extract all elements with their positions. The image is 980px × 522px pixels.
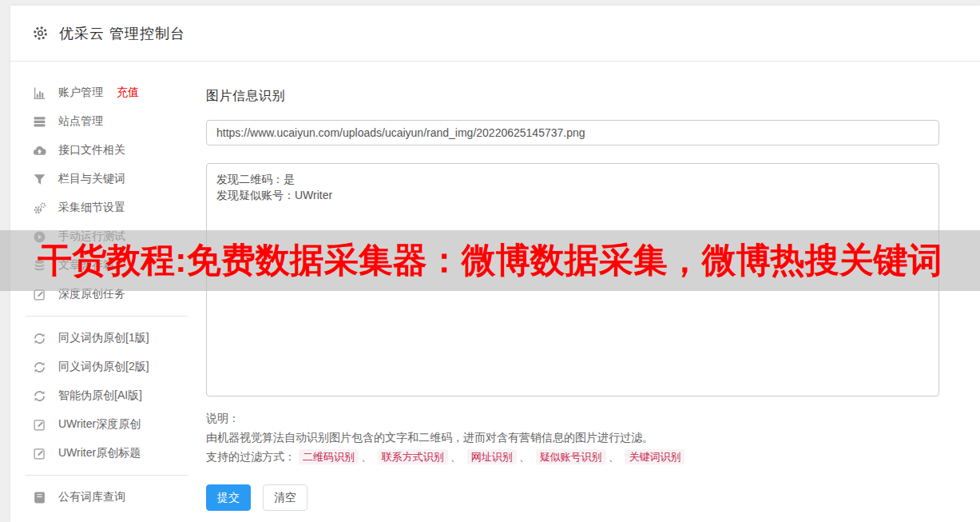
sidebar-item-uwriter-deep[interactable]: UWriter深度原创	[10, 410, 206, 439]
button-row: 提交 清空	[206, 484, 939, 511]
sidebar-item-label: 同义词伪原创[2版]	[58, 360, 149, 374]
app-title: 优采云 管理控制台	[59, 24, 185, 43]
sidebar-item-ai-rewrite[interactable]: 智能伪原创[AI版]	[10, 381, 206, 410]
filter-tag-url: 网址识别	[467, 449, 517, 464]
clear-button[interactable]: 清空	[263, 484, 307, 511]
sidebar-item-label: 公有词库查询	[58, 490, 125, 504]
sidebar-item-synonym-v1[interactable]: 同义词伪原创[1版]	[10, 324, 206, 353]
server-icon	[33, 115, 46, 129]
recharge-badge[interactable]: 充值	[117, 86, 139, 100]
sidebar: 账户管理 充值 站点管理 接口文件相关 栏目与关键	[10, 62, 206, 522]
refresh-icon	[33, 389, 46, 403]
description-heading: 说明：	[206, 408, 939, 428]
description-block: 说明： 由机器视觉算法自动识别图片包含的文字和二维码，进而对含有营销信息的图片进…	[206, 408, 939, 467]
promo-banner-text: 干货教程:免费数据采集器：微博数据采集，微博热搜关键词	[38, 237, 942, 284]
sidebar-item-columns-keywords[interactable]: 栏目与关键词	[10, 165, 206, 193]
tag-separator: 、	[519, 450, 530, 463]
submit-button[interactable]: 提交	[206, 484, 251, 511]
tag-separator: 、	[609, 450, 620, 463]
main-content: 图片信息识别 发现二维码：是 发现疑似账号：UWriter 说明： 由机器视觉算…	[206, 62, 980, 522]
sidebar-item-label: 栏目与关键词	[58, 172, 125, 186]
sidebar-item-label: UWriter原创标题	[58, 446, 141, 460]
sidebar-item-public-thesaurus[interactable]: 公有词库查询	[10, 483, 206, 512]
filter-icon	[33, 173, 46, 186]
sidebar-item-label: 采集细节设置	[58, 201, 125, 215]
sidebar-item-label: 智能伪原创[AI版]	[58, 389, 142, 403]
sidebar-item-label: 同义词伪原创[1版]	[58, 331, 149, 345]
filter-tag-contact: 联系方式识别	[378, 449, 448, 464]
gear-icon	[32, 25, 49, 42]
refresh-icon	[33, 332, 46, 345]
gears-icon	[33, 201, 46, 215]
sidebar-item-account[interactable]: 账户管理 充值	[10, 78, 206, 107]
cloud-upload-icon	[33, 144, 46, 157]
sidebar-item-synonym-v2[interactable]: 同义词伪原创[2版]	[10, 353, 206, 381]
filter-tag-keyword: 关键词识别	[625, 449, 684, 464]
sidebar-item-collect-settings[interactable]: 采集细节设置	[10, 193, 206, 222]
sidebar-divider	[26, 475, 188, 476]
sidebar-item-sites[interactable]: 站点管理	[10, 107, 206, 136]
filter-tag-qrcode: 二维码识别	[299, 449, 359, 464]
sidebar-item-label: 接口文件相关	[58, 143, 125, 157]
edit-icon	[33, 418, 46, 432]
filter-methods-prefix: 支持的过滤方式：	[206, 450, 296, 463]
tag-separator: 、	[361, 450, 372, 463]
book-icon	[33, 491, 46, 504]
page-title: 图片信息识别	[206, 88, 939, 105]
sidebar-item-label: 站点管理	[58, 114, 103, 129]
tag-separator: 、	[450, 450, 462, 463]
sidebar-divider	[26, 316, 188, 317]
sidebar-item-uwriter-title[interactable]: UWriter原创标题	[10, 439, 206, 468]
description-line: 由机器视觉算法自动识别图片包含的文字和二维码，进而对含有营销信息的图片进行过滤。	[206, 428, 939, 447]
edit-icon	[33, 447, 46, 460]
filter-tag-suspect-account: 疑似账号识别	[536, 449, 606, 464]
bar-chart-icon	[33, 86, 46, 100]
sidebar-item-label: 账户管理	[58, 86, 103, 100]
sidebar-item-label: UWriter深度原创	[58, 417, 141, 432]
image-url-input[interactable]	[206, 120, 939, 145]
promo-banner-overlay: 干货教程:免费数据采集器：微博数据采集，微博热搜关键词	[0, 230, 980, 291]
sidebar-item-api-files[interactable]: 接口文件相关	[10, 136, 206, 165]
app-header: 优采云 管理控制台	[10, 6, 980, 62]
refresh-icon	[33, 361, 46, 374]
filter-methods-line: 支持的过滤方式： 二维码识别、 联系方式识别、 网址识别、 疑似账号识别、 关键…	[206, 447, 939, 467]
